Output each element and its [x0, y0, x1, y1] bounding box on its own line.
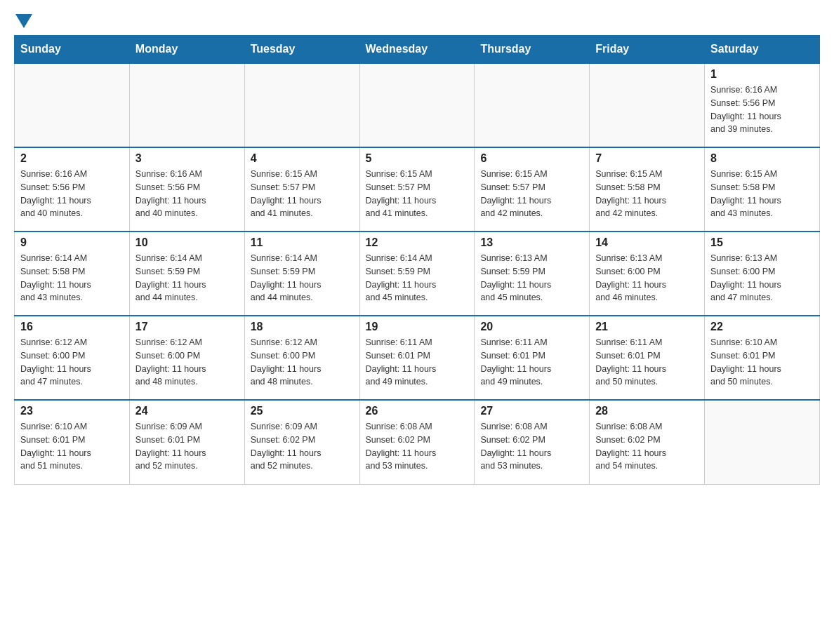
day-info: Sunrise: 6:15 AMSunset: 5:58 PMDaylight:…: [710, 168, 814, 220]
week-row-4: 16Sunrise: 6:12 AMSunset: 6:00 PMDayligh…: [15, 316, 820, 400]
day-number: 16: [20, 321, 124, 333]
day-number: 2: [20, 152, 124, 165]
calendar-cell: 23Sunrise: 6:10 AMSunset: 6:01 PMDayligh…: [15, 400, 130, 484]
calendar-cell: 13Sunrise: 6:13 AMSunset: 5:59 PMDayligh…: [475, 232, 590, 316]
day-info: Sunrise: 6:11 AMSunset: 6:01 PMDaylight:…: [366, 336, 469, 389]
day-number: 22: [710, 321, 814, 333]
calendar-cell: [129, 63, 244, 147]
day-number: 4: [251, 152, 354, 165]
day-header-wednesday: Wednesday: [359, 36, 475, 64]
calendar-cell: 12Sunrise: 6:14 AMSunset: 5:59 PMDayligh…: [359, 232, 475, 316]
day-number: 7: [595, 152, 699, 165]
day-number: 28: [595, 405, 699, 417]
day-info: Sunrise: 6:08 AMSunset: 6:02 PMDaylight:…: [595, 420, 699, 473]
day-header-tuesday: Tuesday: [244, 36, 359, 64]
calendar-cell: 5Sunrise: 6:15 AMSunset: 5:57 PMDaylight…: [359, 147, 475, 232]
logo-triangle-icon: [15, 14, 32, 28]
day-info: Sunrise: 6:12 AMSunset: 6:00 PMDaylight:…: [251, 336, 354, 389]
day-number: 19: [366, 321, 469, 333]
day-number: 21: [595, 321, 699, 333]
day-info: Sunrise: 6:12 AMSunset: 6:00 PMDaylight:…: [20, 336, 124, 389]
calendar-header: SundayMondayTuesdayWednesdayThursdayFrid…: [15, 36, 820, 64]
day-number: 20: [480, 321, 583, 333]
day-number: 18: [251, 321, 354, 333]
day-info: Sunrise: 6:11 AMSunset: 6:01 PMDaylight:…: [480, 336, 583, 389]
calendar-cell: 20Sunrise: 6:11 AMSunset: 6:01 PMDayligh…: [475, 316, 590, 400]
calendar-cell: 21Sunrise: 6:11 AMSunset: 6:01 PMDayligh…: [590, 316, 705, 400]
day-info: Sunrise: 6:13 AMSunset: 5:59 PMDaylight:…: [480, 252, 583, 304]
calendar-cell: 2Sunrise: 6:16 AMSunset: 5:56 PMDaylight…: [15, 147, 130, 232]
day-info: Sunrise: 6:15 AMSunset: 5:57 PMDaylight:…: [366, 168, 469, 220]
day-info: Sunrise: 6:14 AMSunset: 5:59 PMDaylight:…: [135, 252, 239, 304]
calendar-cell: [359, 63, 475, 147]
calendar-cell: [590, 63, 705, 147]
day-number: 6: [480, 152, 583, 165]
day-info: Sunrise: 6:12 AMSunset: 6:00 PMDaylight:…: [135, 336, 239, 389]
calendar-cell: 16Sunrise: 6:12 AMSunset: 6:00 PMDayligh…: [15, 316, 130, 400]
day-header-friday: Friday: [590, 36, 705, 64]
calendar-cell: 18Sunrise: 6:12 AMSunset: 6:00 PMDayligh…: [244, 316, 359, 400]
day-info: Sunrise: 6:14 AMSunset: 5:59 PMDaylight:…: [251, 252, 354, 304]
week-row-5: 23Sunrise: 6:10 AMSunset: 6:01 PMDayligh…: [15, 400, 820, 484]
day-number: 8: [710, 152, 814, 165]
calendar-cell: 6Sunrise: 6:15 AMSunset: 5:57 PMDaylight…: [475, 147, 590, 232]
calendar-cell: 19Sunrise: 6:11 AMSunset: 6:01 PMDayligh…: [359, 316, 475, 400]
calendar-cell: [475, 63, 590, 147]
calendar-table: SundayMondayTuesdayWednesdayThursdayFrid…: [14, 35, 820, 485]
day-number: 23: [20, 405, 124, 417]
calendar-cell: 11Sunrise: 6:14 AMSunset: 5:59 PMDayligh…: [244, 232, 359, 316]
day-info: Sunrise: 6:10 AMSunset: 6:01 PMDaylight:…: [20, 420, 124, 473]
day-header-monday: Monday: [129, 36, 244, 64]
calendar-cell: 17Sunrise: 6:12 AMSunset: 6:00 PMDayligh…: [129, 316, 244, 400]
day-info: Sunrise: 6:13 AMSunset: 6:00 PMDaylight:…: [710, 252, 814, 304]
calendar-cell: 27Sunrise: 6:08 AMSunset: 6:02 PMDayligh…: [475, 400, 590, 484]
day-number: 25: [251, 405, 354, 417]
week-row-3: 9Sunrise: 6:14 AMSunset: 5:58 PMDaylight…: [15, 232, 820, 316]
day-number: 26: [366, 405, 469, 417]
calendar-cell: 15Sunrise: 6:13 AMSunset: 6:00 PMDayligh…: [705, 232, 820, 316]
calendar-cell: 22Sunrise: 6:10 AMSunset: 6:01 PMDayligh…: [705, 316, 820, 400]
day-info: Sunrise: 6:16 AMSunset: 5:56 PMDaylight:…: [135, 168, 239, 220]
day-header-sunday: Sunday: [15, 36, 130, 64]
calendar-cell: 3Sunrise: 6:16 AMSunset: 5:56 PMDaylight…: [129, 147, 244, 232]
day-info: Sunrise: 6:13 AMSunset: 6:00 PMDaylight:…: [595, 252, 699, 304]
day-info: Sunrise: 6:15 AMSunset: 5:57 PMDaylight:…: [251, 168, 354, 220]
calendar-body: 1Sunrise: 6:16 AMSunset: 5:56 PMDaylight…: [15, 63, 820, 484]
calendar-cell: 1Sunrise: 6:16 AMSunset: 5:56 PMDaylight…: [705, 63, 820, 147]
day-number: 11: [251, 236, 354, 249]
day-number: 27: [480, 405, 583, 417]
day-info: Sunrise: 6:08 AMSunset: 6:02 PMDaylight:…: [366, 420, 469, 473]
day-number: 14: [595, 236, 699, 249]
logo: [14, 14, 34, 28]
week-row-1: 1Sunrise: 6:16 AMSunset: 5:56 PMDaylight…: [15, 63, 820, 147]
week-row-2: 2Sunrise: 6:16 AMSunset: 5:56 PMDaylight…: [15, 147, 820, 232]
day-info: Sunrise: 6:16 AMSunset: 5:56 PMDaylight:…: [710, 83, 814, 136]
calendar-cell: [705, 400, 820, 484]
days-of-week-row: SundayMondayTuesdayWednesdayThursdayFrid…: [15, 36, 820, 64]
calendar-cell: 28Sunrise: 6:08 AMSunset: 6:02 PMDayligh…: [590, 400, 705, 484]
calendar-cell: [15, 63, 130, 147]
day-info: Sunrise: 6:08 AMSunset: 6:02 PMDaylight:…: [480, 420, 583, 473]
calendar-cell: 9Sunrise: 6:14 AMSunset: 5:58 PMDaylight…: [15, 232, 130, 316]
calendar-cell: 25Sunrise: 6:09 AMSunset: 6:02 PMDayligh…: [244, 400, 359, 484]
calendar-cell: 7Sunrise: 6:15 AMSunset: 5:58 PMDaylight…: [590, 147, 705, 232]
day-info: Sunrise: 6:15 AMSunset: 5:57 PMDaylight:…: [480, 168, 583, 220]
day-info: Sunrise: 6:14 AMSunset: 5:59 PMDaylight:…: [366, 252, 469, 304]
day-number: 5: [366, 152, 469, 165]
day-info: Sunrise: 6:15 AMSunset: 5:58 PMDaylight:…: [595, 168, 699, 220]
day-number: 13: [480, 236, 583, 249]
calendar-cell: 10Sunrise: 6:14 AMSunset: 5:59 PMDayligh…: [129, 232, 244, 316]
day-info: Sunrise: 6:10 AMSunset: 6:01 PMDaylight:…: [710, 336, 814, 389]
day-number: 15: [710, 236, 814, 249]
calendar-cell: 4Sunrise: 6:15 AMSunset: 5:57 PMDaylight…: [244, 147, 359, 232]
day-info: Sunrise: 6:11 AMSunset: 6:01 PMDaylight:…: [595, 336, 699, 389]
day-number: 1: [710, 68, 814, 81]
day-number: 24: [135, 405, 239, 417]
day-number: 3: [135, 152, 239, 165]
day-header-thursday: Thursday: [475, 36, 590, 64]
day-number: 17: [135, 321, 239, 333]
day-info: Sunrise: 6:16 AMSunset: 5:56 PMDaylight:…: [20, 168, 124, 220]
day-header-saturday: Saturday: [705, 36, 820, 64]
day-number: 12: [366, 236, 469, 249]
calendar-cell: 8Sunrise: 6:15 AMSunset: 5:58 PMDaylight…: [705, 147, 820, 232]
